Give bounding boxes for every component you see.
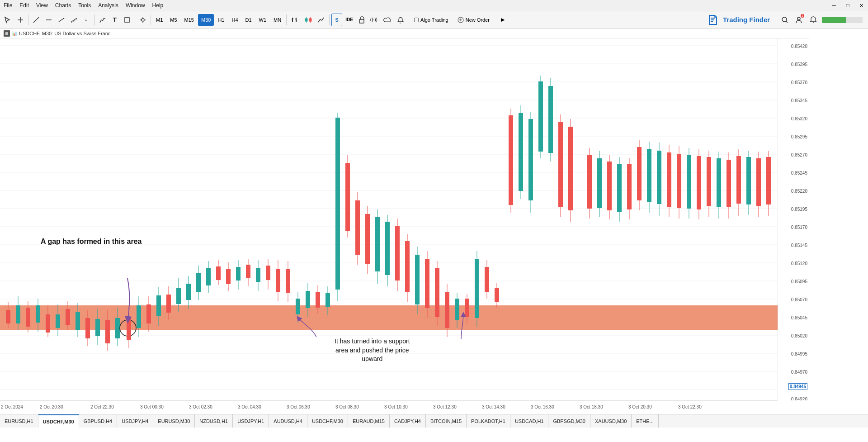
right-controls: 1 — [779, 14, 863, 26]
close-button[interactable]: ✕ — [854, 0, 868, 11]
tf-mn[interactable]: MN — [270, 14, 284, 26]
svg-rect-72 — [66, 309, 70, 325]
separator-1 — [28, 14, 28, 25]
tf-h1[interactable]: H1 — [215, 14, 227, 26]
tf-m30[interactable]: M30 — [198, 14, 214, 26]
menu-help[interactable]: Help — [149, 1, 167, 10]
svg-rect-85 — [127, 317, 131, 340]
svg-rect-185 — [637, 147, 642, 200]
tf-d1[interactable]: D1 — [242, 14, 255, 26]
svg-rect-99 — [196, 273, 201, 292]
tf-m1[interactable]: M1 — [153, 14, 166, 26]
hline-tool[interactable] — [43, 14, 55, 26]
tf-h4[interactable]: H4 — [228, 14, 241, 26]
tf-w1[interactable]: W1 — [256, 14, 270, 26]
tf-m15[interactable]: M15 — [181, 14, 197, 26]
tab-cadjpy-h4[interactable]: CADJPY,H4 — [390, 414, 426, 428]
svg-rect-197 — [697, 156, 701, 209]
tab-xauusd-m30[interactable]: XAUUSD,M30 — [590, 414, 632, 428]
tab-nzdusd-h1[interactable]: NZDUSD,H1 — [195, 414, 233, 428]
tab-usdjpy-h4[interactable]: USDJPY,H4 — [117, 414, 153, 428]
tab-audusd-h4[interactable]: AUDUSD,H4 — [269, 414, 307, 428]
indicators-tool[interactable] — [97, 14, 108, 26]
chart-type-candle[interactable] — [302, 14, 315, 26]
separator-2 — [94, 14, 95, 25]
search-button[interactable] — [779, 14, 790, 26]
menu-charts[interactable]: Charts — [52, 1, 75, 10]
svg-rect-93 — [166, 295, 171, 313]
notifications-button[interactable] — [807, 14, 819, 26]
new-order-button[interactable]: New Order — [453, 14, 494, 26]
svg-rect-27 — [359, 19, 364, 23]
strategy-tester[interactable]: S — [331, 14, 342, 26]
menu-analysis[interactable]: Analysis — [94, 1, 122, 10]
cloud-button[interactable] — [381, 14, 393, 26]
tab-bitcoin-m15[interactable]: BITCOIN,M15 — [426, 414, 467, 428]
svg-line-6 — [71, 18, 77, 22]
cursor-tool[interactable] — [2, 14, 14, 26]
svg-rect-115 — [276, 269, 280, 292]
svg-point-37 — [797, 17, 800, 20]
svg-rect-82 — [115, 318, 120, 338]
user-button[interactable]: 1 — [793, 14, 805, 26]
svg-rect-113 — [266, 266, 270, 280]
tab-gbpusd-h4[interactable]: GBPUSD,H4 — [79, 414, 118, 428]
extra-button[interactable]: ▶ — [497, 14, 508, 26]
ide-button[interactable]: IDE — [343, 14, 355, 26]
tab-usdchf-m30[interactable]: USDCHF,M30 — [38, 414, 79, 428]
svg-rect-149 — [445, 292, 449, 328]
pitchfork-tool[interactable]: ⑂ — [81, 14, 93, 26]
crosshair-tool[interactable] — [14, 14, 26, 26]
trend-tool[interactable] — [56, 14, 67, 26]
menu-file[interactable]: File — [0, 1, 16, 10]
svg-rect-141 — [405, 241, 410, 292]
tab-usdchf-m30-2[interactable]: USDCHF,M30 — [307, 414, 348, 428]
shapes-tool[interactable] — [121, 14, 133, 26]
channel-tool[interactable] — [68, 14, 80, 26]
time-axis: 2 Oct 2024 2 Oct 20:30 2 Oct 22:30 3 Oct… — [0, 400, 778, 414]
menu-tools[interactable]: Tools — [75, 1, 94, 10]
svg-rect-135 — [375, 217, 380, 271]
svg-rect-207 — [746, 157, 751, 204]
svg-rect-80 — [105, 320, 110, 343]
chart-type-line[interactable] — [316, 14, 327, 26]
svg-rect-183 — [627, 164, 632, 209]
notification-button[interactable] — [394, 14, 406, 26]
svg-rect-125 — [326, 293, 330, 307]
separator-7 — [408, 14, 408, 25]
tab-eurusd-h1[interactable]: EURUSD,H1 — [0, 414, 38, 428]
tab-ethe[interactable]: ETHE... — [632, 414, 659, 428]
svg-rect-117 — [286, 269, 290, 293]
text-tool[interactable]: T — [109, 14, 120, 26]
tab-gbpsgd-m30[interactable]: GBPSGD,M30 — [548, 414, 590, 428]
svg-rect-66 — [36, 305, 40, 323]
line-tool[interactable] — [30, 14, 42, 26]
chart-settings[interactable] — [137, 14, 149, 26]
signal-button[interactable]: ((·)) — [368, 14, 380, 26]
main-chart[interactable] — [0, 38, 809, 400]
svg-rect-133 — [365, 214, 370, 264]
maximize-button[interactable]: □ — [841, 0, 854, 11]
menu-edit[interactable]: Edit — [16, 1, 33, 10]
menu-window[interactable]: Window — [122, 1, 149, 10]
menu-view[interactable]: View — [33, 1, 52, 10]
tab-euraud-m15[interactable]: EURAUD,M15 — [348, 414, 390, 428]
svg-rect-143 — [415, 255, 420, 304]
tab-usdcad-h1[interactable]: USDCAD,H1 — [510, 414, 549, 428]
lock-button[interactable] — [356, 14, 367, 26]
window-controls: ─ □ ✕ — [827, 0, 868, 11]
algo-trading-button[interactable]: Algo Trading — [410, 14, 453, 26]
svg-rect-95 — [176, 288, 181, 304]
tab-polkadot-h1[interactable]: POLKADOT,H1 — [467, 414, 510, 428]
tab-eurusd-m30[interactable]: EURUSD,M30 — [153, 414, 195, 428]
minimize-button[interactable]: ─ — [827, 0, 841, 11]
tf-m5[interactable]: M5 — [167, 14, 180, 26]
tab-usdjpy-h1[interactable]: USDJPY,H1 — [233, 414, 269, 428]
svg-rect-189 — [657, 151, 661, 204]
progress-bar — [822, 17, 863, 23]
svg-text:⑂: ⑂ — [85, 18, 88, 23]
svg-rect-173 — [568, 127, 573, 210]
chart-type-bar[interactable] — [288, 14, 301, 26]
svg-rect-167 — [538, 81, 543, 152]
svg-rect-74 — [75, 312, 80, 330]
